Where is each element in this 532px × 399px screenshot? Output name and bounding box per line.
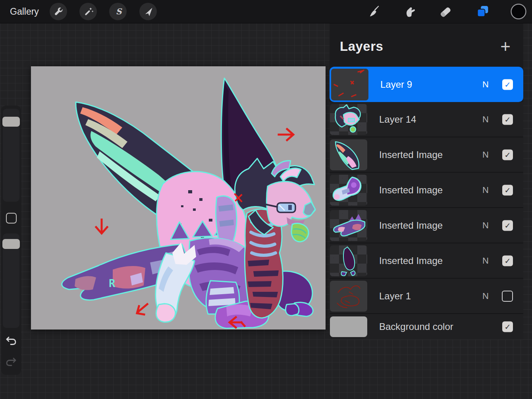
brush-icon [368,5,380,18]
layer-name: Layer 1 [379,291,411,302]
selection-button[interactable]: S [109,3,127,20]
top-toolbar: Gallery S [0,0,532,23]
layer-thumbnail [330,139,367,170]
redo-button[interactable] [5,357,17,368]
layer-name: Background color [379,321,453,332]
modify-button[interactable] [6,213,17,224]
layer-visibility-checkbox[interactable] [502,79,513,90]
eraser-icon [439,5,452,18]
blend-mode-button[interactable]: N [480,150,491,160]
smudge-finger-icon [403,5,416,18]
transform-arrow-icon [143,6,154,17]
sidebar-tool-strip [1,106,21,375]
layer-thumbnail [330,245,367,276]
blend-mode-button[interactable]: N [480,185,491,195]
layer-row-background-color[interactable]: Background color [330,314,523,339]
blend-mode-button[interactable]: N [480,220,491,231]
layer-row-inserted-image-tail[interactable]: Inserted Image N [330,208,523,243]
layer-name: Inserted Image [379,185,443,196]
layer-name: Inserted Image [379,255,443,266]
magic-wand-icon [83,6,94,17]
blend-mode-button[interactable]: N [480,79,491,90]
layer-thumbnail [330,175,367,206]
wrench-icon [53,6,64,17]
layer-visibility-checkbox[interactable] [502,322,513,332]
layer-row-inserted-image-leg[interactable]: Inserted Image N [330,173,523,208]
layer-visibility-checkbox[interactable] [502,149,513,160]
layer-row-inserted-image-wing[interactable]: Inserted Image N [330,137,523,173]
blend-mode-button[interactable]: N [480,114,491,125]
blend-mode-button[interactable]: N [480,256,491,266]
gallery-button[interactable]: Gallery [10,0,39,23]
opacity-slider-handle[interactable] [2,239,20,249]
layer-visibility-checkbox[interactable] [502,291,513,302]
layer-thumbnail [331,69,368,100]
transform-button[interactable] [139,3,157,20]
selection-s-icon: S [113,6,123,17]
undo-button[interactable] [5,335,17,347]
layer-visibility-checkbox[interactable] [502,255,513,266]
smudge-tool-button[interactable] [401,3,418,20]
undo-icon [7,337,15,345]
layer-row-layer-1[interactable]: Layer 1 N [330,279,523,314]
layers-panel-title: Layers [340,39,383,54]
layer-row-inserted-image-horn[interactable]: Inserted Image N [330,243,523,279]
layer-visibility-checkbox[interactable] [502,220,513,231]
color-circle-icon [510,3,527,20]
blend-mode-button[interactable]: N [480,291,491,301]
layers-icon [476,5,490,18]
drawing-canvas[interactable]: R [31,66,326,330]
adjustments-button[interactable] [79,3,97,20]
paint-tool-button[interactable] [365,3,383,20]
color-tool-button[interactable] [510,3,527,20]
layers-panel-header: Layers + [330,23,523,67]
layer-name: Inserted Image [379,220,443,231]
add-layer-button[interactable]: + [498,40,513,55]
redo-icon [7,359,15,366]
layer-name: Inserted Image [379,149,443,160]
layer-thumbnail [330,281,367,312]
layer-thumbnail [330,210,367,241]
annotation-letter-r: R [109,277,116,289]
actions-button[interactable] [50,3,67,20]
layer-name: Layer 14 [379,114,416,125]
layer-thumbnail [330,104,367,135]
pixel-art-dragon: R [31,66,326,330]
layer-visibility-checkbox[interactable] [502,185,513,195]
layer-row-layer-14[interactable]: Layer 14 N [330,102,523,137]
erase-tool-button[interactable] [437,3,454,20]
brush-size-slider-handle[interactable] [2,117,20,127]
svg-text:S: S [116,7,122,16]
layer-visibility-checkbox[interactable] [502,114,513,125]
layer-list: Layer 9 N Layer 14 N Inserted Image N [330,67,523,339]
layers-tool-button[interactable] [474,3,492,20]
layer-name: Layer 9 [380,79,412,90]
layer-row-layer-9[interactable]: Layer 9 N [330,67,523,102]
background-color-thumbnail [330,316,367,337]
layers-panel: Layers + Layer 9 N Layer 14 N Inse [330,23,523,339]
